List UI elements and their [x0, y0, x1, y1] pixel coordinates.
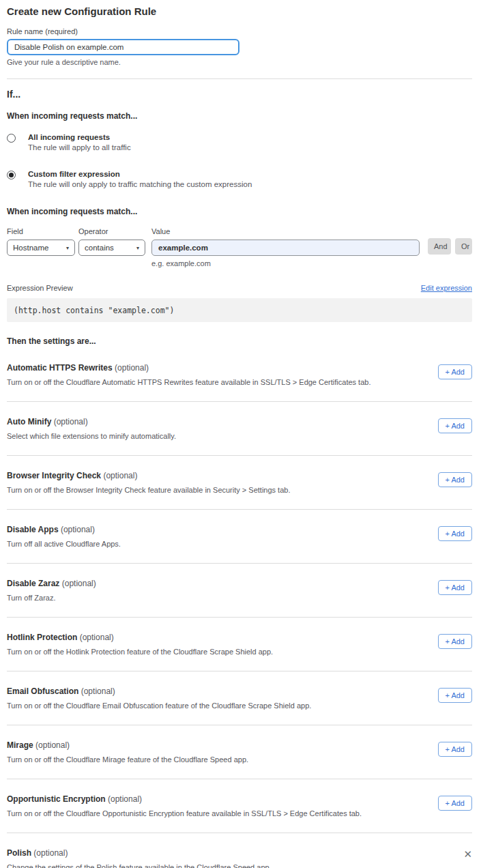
expression-preview-label: Expression Preview	[7, 284, 73, 292]
operator-select-value: contains	[85, 244, 114, 252]
setting-optional-tag: (optional)	[103, 471, 137, 480]
radio-label: Custom filter expression	[28, 170, 252, 178]
setting-description: Turn on or off the Browser Integrity Che…	[7, 486, 424, 494]
setting-optional-tag: (optional)	[80, 633, 114, 642]
setting-name: Disable Apps	[7, 525, 59, 534]
rule-name-label: Rule name (required)	[7, 27, 472, 35]
field-select-value: Hostname	[13, 244, 48, 252]
value-label: Value	[151, 227, 420, 235]
radio-icon[interactable]	[7, 134, 16, 143]
setting-optional-tag: (optional)	[81, 686, 115, 696]
setting-row-disable-apps: Disable Apps (optional) Turn off all act…	[7, 510, 472, 563]
setting-optional-tag: (optional)	[62, 579, 96, 588]
setting-description: Turn on or off the Cloudflare Automatic …	[7, 378, 424, 386]
setting-description: Turn on or off the Cloudflare Mirage fea…	[7, 755, 424, 764]
chevron-down-icon: ▾	[62, 245, 69, 251]
expression-preview-box: (http.host contains "example.com")	[7, 298, 472, 322]
setting-row-browser-integrity-check: Browser Integrity Check (optional) Turn …	[7, 456, 472, 509]
setting-row-automatic-https-rewrites: Automatic HTTPS Rewrites (optional) Turn…	[7, 348, 472, 401]
setting-description: Turn on or off the Cloudflare Opportunis…	[7, 809, 424, 818]
setting-name: Browser Integrity Check	[7, 471, 101, 480]
setting-description: Select which file extensions to minify a…	[7, 432, 424, 440]
setting-description: Change the settings of the Polish featur…	[7, 863, 450, 868]
radio-description: The rule will apply to all traffic	[28, 143, 131, 151]
field-label: Field	[7, 227, 78, 235]
match-heading: When incoming requests match...	[7, 111, 472, 121]
setting-description: Turn off Zaraz.	[7, 594, 424, 602]
setting-name: Opportunistic Encryption	[7, 794, 106, 804]
setting-optional-tag: (optional)	[61, 525, 95, 534]
add-button[interactable]: + Add	[438, 796, 472, 811]
builder-heading: When incoming requests match...	[7, 207, 472, 216]
setting-name: Hotlink Protection	[7, 633, 77, 642]
setting-description: Turn on or off the Cloudflare Email Obfu…	[7, 701, 424, 710]
setting-row-mirage: Mirage (optional) Turn on or off the Clo…	[7, 725, 472, 779]
radio-icon[interactable]	[7, 171, 16, 179]
add-button[interactable]: + Add	[438, 634, 472, 649]
rule-name-helper: Give your rule a descriptive name.	[7, 58, 472, 66]
and-button[interactable]: And	[428, 238, 451, 255]
divider	[7, 78, 472, 79]
close-icon[interactable]: ✕	[463, 850, 472, 859]
then-settings-heading: Then the settings are...	[7, 336, 472, 346]
edit-expression-link[interactable]: Edit expression	[421, 284, 472, 292]
radio-option-all-incoming-requests[interactable]: All incoming requests The rule will appl…	[7, 133, 472, 151]
operator-label: Operator	[78, 227, 151, 235]
add-button[interactable]: + Add	[438, 580, 472, 595]
setting-name: Disable Zaraz	[7, 579, 59, 588]
settings-list: Automatic HTTPS Rewrites (optional) Turn…	[7, 348, 472, 868]
setting-optional-tag: (optional)	[115, 363, 149, 373]
add-button[interactable]: + Add	[438, 364, 472, 379]
radio-label: All incoming requests	[28, 133, 131, 141]
setting-optional-tag: (optional)	[35, 740, 70, 750]
setting-row-polish: Polish (optional) Change the settings of…	[7, 833, 472, 868]
setting-row-hotlink-protection: Hotlink Protection (optional) Turn on or…	[7, 618, 472, 671]
rule-name-input[interactable]	[7, 39, 239, 55]
or-button[interactable]: Or	[455, 238, 472, 255]
add-button[interactable]: + Add	[438, 418, 472, 433]
setting-row-opportunistic-encryption: Opportunistic Encryption (optional) Turn…	[7, 779, 472, 833]
setting-description: Turn off all active Cloudflare Apps.	[7, 540, 424, 548]
radio-option-custom-filter-expression[interactable]: Custom filter expression The rule will o…	[7, 170, 472, 188]
expression-code: (http.host contains "example.com")	[14, 306, 174, 315]
field-select[interactable]: Hostname ▾	[7, 240, 75, 256]
radio-description: The rule will only apply to traffic matc…	[28, 180, 252, 188]
setting-name: Automatic HTTPS Rewrites	[7, 363, 113, 373]
request-match-radio-group: All incoming requests The rule will appl…	[7, 133, 472, 188]
setting-name: Polish	[7, 848, 31, 858]
setting-row-auto-minify: Auto Minify (optional) Select which file…	[7, 402, 472, 455]
operator-select[interactable]: contains ▾	[78, 240, 145, 256]
setting-optional-tag: (optional)	[33, 848, 68, 858]
create-configuration-rule-form: Create new Configuration Rule Rule name …	[0, 0, 481, 868]
value-input[interactable]	[151, 240, 420, 256]
setting-row-email-obfuscation: Email Obfuscation (optional) Turn on or …	[7, 671, 472, 725]
chevron-down-icon: ▾	[132, 245, 139, 251]
add-button[interactable]: + Add	[438, 472, 472, 487]
expression-builder-row: Field Hostname ▾ Operator contains ▾ Val…	[7, 227, 472, 267]
setting-optional-tag: (optional)	[108, 794, 142, 804]
add-button[interactable]: + Add	[438, 688, 472, 703]
setting-description: Turn on or off the Hotlink Protection fe…	[7, 648, 424, 656]
add-button[interactable]: + Add	[438, 742, 472, 757]
setting-name: Email Obfuscation	[7, 686, 78, 696]
value-hint: e.g. example.com	[151, 259, 420, 267]
setting-optional-tag: (optional)	[54, 417, 88, 426]
if-heading: If...	[7, 89, 472, 100]
page-title: Create new Configuration Rule	[7, 5, 472, 17]
setting-name: Auto Minify	[7, 417, 51, 426]
setting-row-disable-zaraz: Disable Zaraz (optional) Turn off Zaraz.…	[7, 564, 472, 617]
add-button[interactable]: + Add	[438, 526, 472, 541]
setting-name: Mirage	[7, 740, 33, 750]
